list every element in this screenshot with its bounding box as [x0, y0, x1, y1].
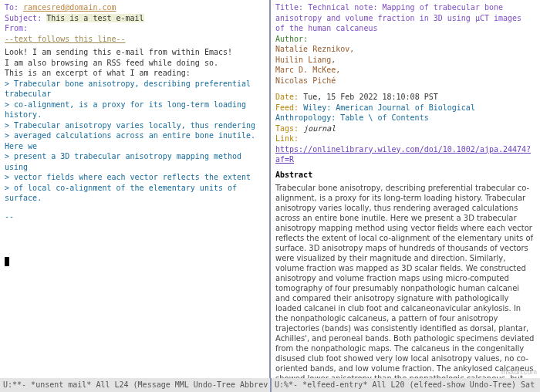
body-line[interactable]: This is an excerpt of what I am reading:: [5, 68, 265, 79]
entry-link: Link: https://onlinelibrary.wiley.com/do…: [275, 133, 535, 165]
entry-tags: Tags: journal: [275, 123, 535, 134]
quote-line[interactable]: > Trabecular anisotropy varies locally, …: [5, 120, 265, 131]
author-name: Nicolas Piché: [275, 76, 535, 86]
point-cursor: [5, 257, 265, 268]
emacs-frame: To: ramcesred@domain.com Subject: This i…: [0, 0, 540, 392]
to-header[interactable]: To: ramcesred@domain.com: [5, 2, 265, 13]
body-line[interactable]: I am also browsing an RSS feed while doi…: [5, 58, 265, 69]
entry-author: Author:: [275, 34, 535, 45]
elfeed-entry-buffer[interactable]: Title: Technical note: Mapping of trabec…: [271, 0, 540, 378]
entry-feed: Feed: Wiley: American Journal of Biologi…: [275, 103, 535, 123]
subject-label: Subject:: [5, 14, 42, 22]
entry-date: Date: Tue, 15 Feb 2022 18:10:08 PST: [275, 92, 535, 103]
abstract-body: Trabecular bone anisotropy, describing p…: [275, 183, 535, 378]
subject-value[interactable]: This is a test e-mail: [46, 14, 143, 22]
author-name: Natalie Reznikov,: [275, 44, 535, 55]
to-value[interactable]: ramcesred@domain.com: [23, 3, 116, 12]
mail-compose-buffer[interactable]: To: ramcesred@domain.com Subject: This i…: [0, 0, 269, 378]
feed-label: Feed:: [275, 103, 299, 112]
title-label: Title:: [275, 3, 303, 12]
feed-value: Wiley: American Journal of Biological An…: [275, 103, 475, 123]
header-body-separator: --text follows this line--: [5, 34, 265, 45]
from-label: From:: [5, 24, 28, 32]
from-value: [32, 24, 154, 32]
author-label: Author:: [275, 35, 308, 43]
quote-line[interactable]: > vector fields where each vector reflec…: [5, 172, 265, 183]
modeline-row: U:**- *unsent mail* All L24 (Message MML…: [0, 378, 540, 392]
author-name: Huilin Liang,: [275, 55, 535, 66]
body-line[interactable]: Look! I am sending this e-mail from with…: [5, 47, 265, 58]
tags-label: Tags:: [275, 124, 299, 133]
quote-line[interactable]: > averaged calculations across an entire…: [5, 130, 265, 151]
entry-title: Title: Technical note: Mapping of trabec…: [275, 2, 535, 34]
watermark: msxdn.com: [501, 367, 537, 377]
to-label: To:: [5, 3, 19, 12]
title-value: Technical note: Mapping of trabecular bo…: [275, 3, 521, 32]
date-value: Tue, 15 Feb 2022 18:10:08 PST: [303, 93, 438, 101]
subject-header[interactable]: Subject: This is a test e-mail: [5, 13, 265, 24]
link-url[interactable]: https://onlinelibrary.wiley.com/doi/10.1…: [275, 145, 531, 164]
quote-line[interactable]: > of local co-alignment of the elementar…: [5, 183, 265, 204]
link-label: Link:: [275, 134, 299, 143]
quote-line[interactable]: > Trabecular bone anisotropy, describing…: [5, 79, 265, 100]
from-header[interactable]: From:: [5, 23, 265, 34]
signature-redacted: [5, 221, 265, 257]
modeline-left[interactable]: U:**- *unsent mail* All L24 (Message MML…: [0, 378, 270, 392]
tags-value: journal: [303, 124, 336, 133]
date-label: Date:: [275, 93, 299, 101]
modeline-right[interactable]: U:%*- *elfeed-entry* All L20 (elfeed-sho…: [270, 378, 540, 392]
quote-line[interactable]: > co-alignment, is a proxy for its long-…: [5, 100, 265, 120]
abstract-heading: Abstract: [275, 170, 535, 181]
sig-dashes: --: [5, 211, 265, 222]
quote-line[interactable]: > present a 3D trabecular anisotropy map…: [5, 151, 265, 172]
author-name: Marc D. McKee,: [275, 65, 535, 76]
